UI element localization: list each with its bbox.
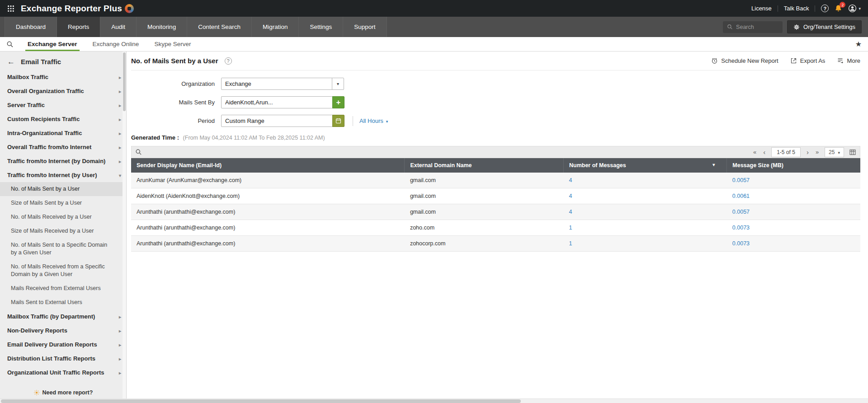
sidebar-item[interactable]: Mails Sent to External Users [0, 295, 126, 309]
nav-tab[interactable]: Dashboard [5, 17, 57, 37]
sidebar-item[interactable]: Overall Organization Traffic [0, 84, 126, 98]
nav-tab[interactable]: Migration [252, 17, 299, 37]
divider [815, 5, 815, 12]
add-users-button[interactable] [332, 96, 344, 108]
report-help-icon[interactable] [225, 57, 232, 65]
cell-messages-link[interactable]: 1 [564, 220, 727, 236]
page-size-select[interactable]: 25 [825, 147, 844, 157]
sidebar-item[interactable]: Traffic from/to Internet (by Domain) [0, 154, 126, 168]
cell-sender: ArunKumar (ArunKumar@exchange.com) [131, 173, 405, 188]
cell-sender: Arunthathi (arunthathi@exchange.com) [131, 220, 405, 236]
sidebar-item[interactable]: Mailbox Traffic (by Department) [0, 309, 126, 323]
nav-tab[interactable]: Support [343, 17, 387, 37]
generated-time-label: Generated Time : [131, 134, 179, 141]
sidebar-item[interactable]: No. of Mails Received from a Specific Do… [0, 260, 126, 281]
period-row: Period All Hours [131, 115, 860, 127]
column-header-sender[interactable]: Sender Display Name (Email-Id) [131, 158, 405, 173]
sidebar-scrollbar[interactable] [123, 52, 126, 403]
subnav-tab[interactable]: Exchange Server [20, 37, 85, 51]
cell-messages-link[interactable]: 4 [564, 204, 727, 220]
column-header-domain[interactable]: External Domain Name [405, 158, 564, 173]
subnav-tab[interactable]: Skype Server [146, 37, 198, 51]
subnav: Exchange Server Exchange Online Skype Se… [0, 37, 868, 52]
talkback-link[interactable]: Talk Back [784, 5, 809, 12]
cell-size-link[interactable]: 0.0057 [727, 204, 860, 220]
license-link[interactable]: License [751, 5, 772, 12]
all-hours-dropdown[interactable]: All Hours [359, 117, 388, 124]
back-arrow-icon[interactable] [7, 58, 15, 66]
chevron-icon [119, 341, 121, 348]
pagination: 1-5 of 5 25 [752, 147, 856, 157]
cell-messages-link[interactable]: 4 [564, 173, 727, 188]
previous-page-button[interactable] [762, 149, 766, 155]
sidebar-item[interactable]: Traffic from/to Internet (by User) [0, 168, 126, 182]
scrollbar-thumb[interactable] [1, 399, 521, 403]
table-search-icon[interactable] [135, 149, 142, 155]
cell-size-link[interactable]: 0.0073 [727, 220, 860, 236]
last-page-button[interactable] [815, 149, 820, 155]
need-more-report-label: Need more report? [42, 389, 93, 396]
sidebar-item[interactable]: Email Delivery Duration Reports [0, 337, 126, 351]
sidebar-item[interactable]: No. of Mails Sent to a Specific Domain b… [0, 238, 126, 260]
export-as-button[interactable]: Export As [790, 57, 826, 64]
nav-tab[interactable]: Settings [299, 17, 343, 37]
cell-size-link[interactable]: 0.0057 [727, 173, 860, 188]
cell-messages-link[interactable]: 1 [564, 236, 727, 252]
notifications-bell-icon[interactable]: 2 [835, 5, 842, 12]
more-button[interactable]: More [837, 57, 860, 64]
chevron-down-icon[interactable] [332, 78, 344, 89]
apps-grid-icon[interactable] [7, 5, 14, 12]
more-icon [837, 57, 844, 64]
export-label: Export As [800, 57, 826, 64]
sidebar-item[interactable]: Server Traffic [0, 98, 126, 112]
horizontal-scrollbar[interactable] [0, 398, 868, 403]
schedule-new-report-button[interactable]: Schedule New Report [711, 57, 778, 64]
sidebar-item[interactable]: Mailbox Traffic [0, 70, 126, 84]
next-page-button[interactable] [806, 149, 810, 155]
nav-tab[interactable]: Reports [57, 17, 100, 37]
nav-tab[interactable]: Monitoring [137, 17, 187, 37]
sort-caret-icon[interactable] [712, 162, 715, 167]
help-icon[interactable] [821, 5, 829, 12]
sidebar-item[interactable]: No. of Mails Sent by a User [0, 182, 126, 196]
chevron-icon [119, 101, 121, 109]
sidebar-item[interactable]: Organizational Unit Traffic Reports [0, 366, 126, 380]
sidebar-item[interactable]: Intra-Organizational Traffic [0, 126, 126, 140]
chevron-icon [119, 143, 121, 151]
notification-badge: 2 [840, 2, 845, 8]
cell-size-link[interactable]: 0.0073 [727, 236, 860, 252]
nav-tab[interactable]: Audit [100, 17, 137, 37]
column-header-messages[interactable]: Number of Messages [564, 158, 727, 173]
search-input[interactable]: Search [723, 21, 783, 33]
sidebar-item[interactable]: Size of Mails Sent by a User [0, 196, 126, 210]
sidebar-item-label: Distribution List Traffic Reports [7, 355, 95, 362]
organization-select[interactable]: Exchange [221, 78, 344, 90]
favorite-star-icon[interactable] [855, 37, 862, 51]
sidebar-item[interactable]: Custom Recipients Traffic [0, 112, 126, 126]
sidebar-item[interactable]: No. of Mails Received by a User [0, 210, 126, 224]
chevron-icon [119, 87, 121, 95]
sidebar-item[interactable]: Size of Mails Received by a User [0, 224, 126, 238]
user-account-icon[interactable] [848, 4, 861, 13]
cell-sender: Arunthathi (arunthathi@exchange.com) [131, 236, 405, 252]
column-header-size[interactable]: Message Size (MB) [727, 158, 860, 173]
calendar-button[interactable] [332, 115, 344, 127]
sidebar-item[interactable]: Overall Traffic from/to Internet [0, 140, 126, 154]
cell-messages-link[interactable]: 4 [564, 188, 727, 204]
sidebar-item[interactable]: Distribution List Traffic Reports [0, 351, 126, 366]
mails-sent-by-input[interactable] [221, 96, 333, 108]
first-page-button[interactable] [752, 149, 757, 155]
sidebar-item[interactable]: Non-Delivery Reports [0, 323, 126, 337]
org-tenant-settings-button[interactable]: Org/Tenant Settings [787, 20, 862, 33]
sidebar-item[interactable]: Mails Received from External Users [0, 281, 126, 295]
nav-tab[interactable]: Content Search [187, 17, 252, 37]
sidebar-item-label: Intra-Organizational Traffic [7, 130, 82, 136]
chevron-down-icon [859, 6, 861, 11]
cell-size-link[interactable]: 0.0061 [727, 188, 860, 204]
subnav-tab[interactable]: Exchange Online [85, 37, 147, 51]
period-input[interactable] [221, 115, 333, 127]
report-search-icon[interactable] [6, 37, 14, 51]
column-chooser-icon[interactable] [849, 149, 856, 156]
scrollbar-thumb[interactable] [123, 52, 126, 111]
chevron-icon [119, 129, 121, 137]
